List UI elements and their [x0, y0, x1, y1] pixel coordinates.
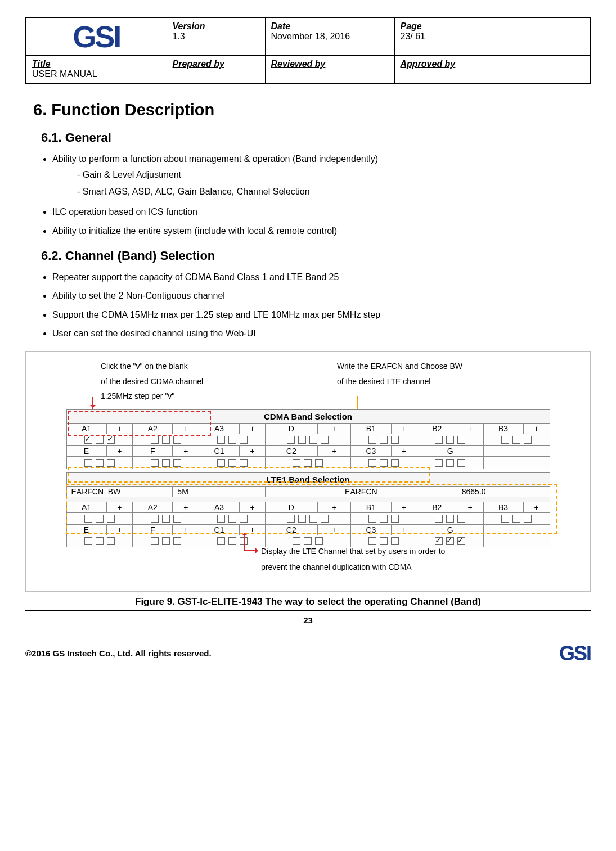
- title-value: USER MANUAL: [32, 67, 97, 79]
- section-heading: 6. Function Description: [33, 101, 591, 119]
- prepared-label: Prepared by: [173, 59, 224, 69]
- annotation-cdma: Click the "v" on the blank of the desire…: [101, 359, 258, 404]
- earfcn-bw-label: EARFCN_BW: [66, 486, 173, 497]
- cdma-checkbox-row-2: [66, 457, 550, 469]
- arrow-right-red-icon: [244, 550, 257, 551]
- approved-label: Approved by: [401, 59, 456, 69]
- logo-gsi: GSI: [32, 21, 161, 52]
- footer-logo-gsi: GSI: [559, 642, 591, 665]
- subsection-6-1: 6.1. General: [41, 130, 591, 145]
- date-value: November 18, 2016: [271, 29, 350, 41]
- lte-band-selection-table: LTE1 Band Selection EARFCN_BW 5M EARFCN …: [66, 472, 550, 548]
- cdma-header-row-1: A1+ A2+ A3+ D+ B1+ B2+ B3+: [66, 423, 550, 434]
- earfcn-label: EARFCN: [265, 486, 457, 497]
- figure-9-box: Click the "v" on the blank of the desire…: [25, 351, 591, 592]
- bullet-item: Support the CDMA 15MHz max per 1.25 step…: [52, 308, 591, 322]
- bullet-item: Repeater support the capacity of CDMA Ba…: [52, 270, 591, 285]
- arrow-down-red-icon: [92, 397, 93, 410]
- sub-bullet: - Gain & Level Adjustment: [77, 166, 591, 183]
- page-value: 23/ 61: [401, 29, 425, 41]
- channel-bullets: Repeater support the capacity of CDMA Ba…: [25, 270, 591, 341]
- cdma-header-row-2: E+ F+ C1+ C2+ C3+ G: [66, 446, 550, 457]
- annotation-lte: Write the ERAFCN and Choose BW of the de…: [337, 359, 517, 404]
- bullet-item: Ability to perform a function about mana…: [52, 152, 591, 200]
- reviewed-label: Reviewed by: [271, 59, 326, 69]
- copyright-text: ©2016 GS Instech Co., Ltd. All rights re…: [25, 649, 212, 658]
- general-bullets: Ability to perform a function about mana…: [25, 152, 591, 238]
- bullet-item: Ability to initialize the entire system …: [52, 224, 591, 238]
- annotation-bottom: Display the LTE Channel that set by user…: [261, 543, 531, 575]
- top-annotations: Click the "v" on the blank of the desire…: [101, 359, 583, 404]
- figure-caption: Figure 9. GST-Ic-ELITE-1943 The way to s…: [25, 596, 591, 607]
- page-footer: ©2016 GS Instech Co., Ltd. All rights re…: [25, 642, 591, 665]
- logo-cell: GSI: [26, 17, 167, 56]
- document-header-table: GSI Version 1.3 Date November 18, 2016 P…: [25, 17, 591, 84]
- lte-title: LTE1 Band Selection: [66, 472, 550, 486]
- lte-header-row-2: E+ F+ C1+ C2+ C3+ G: [66, 524, 550, 535]
- earfcn-bw-value[interactable]: 5M: [173, 486, 266, 497]
- page-number: 23: [25, 615, 591, 625]
- cdma-band-selection-table: CDMA Band Selection A1+ A2+ A3+ D+ B1+ B…: [66, 409, 550, 469]
- earfcn-value[interactable]: 8665.0: [457, 486, 550, 497]
- lte-header-row-1: A1+ A2+ A3+ D+ B1+ B2+ B3+: [66, 502, 550, 512]
- sub-bullet: - Smart AGS, ASD, ALC, Gain Balance, Cha…: [77, 183, 591, 200]
- lte-checkbox-row-1: [66, 512, 550, 524]
- cdma-checkbox-row-1: [66, 434, 550, 445]
- cdma-title: CDMA Band Selection: [66, 409, 550, 423]
- arrow-up-red-icon: [244, 534, 245, 550]
- bullet-item: User can set the desired channel using t…: [52, 326, 591, 341]
- subsection-6-2: 6.2. Channel (Band) Selection: [41, 249, 591, 263]
- bullet-item: ILC operation based on ICS function: [52, 205, 591, 219]
- page-divider: [25, 610, 591, 611]
- version-value: 1.3: [173, 29, 185, 41]
- lte-earfcn-row: EARFCN_BW 5M EARFCN 8665.0: [66, 486, 550, 497]
- bullet-item: Ability to set the 2 Non-Contiguous chan…: [52, 289, 591, 303]
